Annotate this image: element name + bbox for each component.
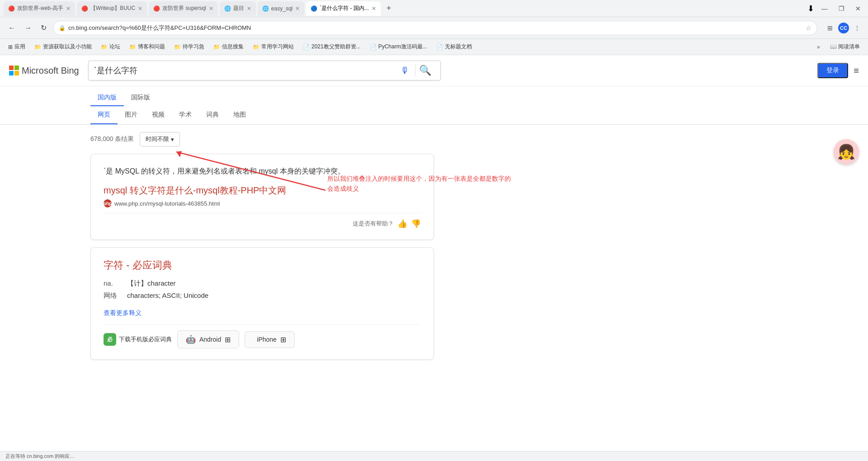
profile-icon[interactable]: ⬇ bbox=[807, 4, 814, 14]
back-button[interactable]: ← bbox=[5, 22, 18, 34]
folder-icon: 📁 bbox=[101, 44, 108, 50]
bookmark-label: 无标题文档 bbox=[445, 43, 472, 51]
bookmark-learning[interactable]: 📁 常用学习网站 bbox=[249, 41, 297, 52]
tab-close-1[interactable]: ✕ bbox=[66, 5, 71, 12]
avatar-bubble[interactable]: 👧 bbox=[834, 139, 859, 165]
bookmark-info[interactable]: 📁 信息搜集 bbox=[210, 41, 247, 52]
bookmark-label: 博客和问题 bbox=[138, 43, 165, 51]
bookmark-label: 论坛 bbox=[109, 43, 120, 51]
search-nav: 网页 图片 视频 学术 词典 地图 bbox=[0, 106, 868, 125]
time-filter-button[interactable]: 时间不限 ▾ bbox=[140, 132, 180, 146]
extensions-icon[interactable]: ⊞ bbox=[825, 23, 835, 33]
snav-academic[interactable]: 学术 bbox=[172, 106, 199, 124]
microphone-icon[interactable]: 🎙 bbox=[401, 66, 410, 76]
tab-title-5: easy_sql bbox=[271, 5, 292, 12]
bookmark-star-icon[interactable]: ☆ bbox=[806, 24, 811, 32]
bookmarks-more[interactable]: » bbox=[814, 42, 823, 52]
tab-close-5[interactable]: ✕ bbox=[295, 5, 300, 12]
bookmark-sponsor[interactable]: 📄 2021教父赞助群资... bbox=[299, 41, 364, 52]
chevron-down-icon: ▾ bbox=[171, 136, 174, 143]
reader-mode-button[interactable]: 📖 阅读清单 bbox=[826, 41, 863, 52]
tab-1[interactable]: 🔴 攻防世界-web-高手 ✕ bbox=[4, 1, 75, 16]
vtab-domestic[interactable]: 国内版 bbox=[90, 90, 124, 106]
main-area: 678,000 条结果 时间不限 ▾ `是 MySQL 的转义符，用来避免列名或… bbox=[0, 125, 868, 367]
result-count: 678,000 条结果 bbox=[90, 135, 134, 143]
android-download-button[interactable]: 🤖 Android ⊞ bbox=[177, 330, 239, 348]
bookmark-pycharm[interactable]: 📄 PyCharm激活码最... bbox=[366, 41, 431, 52]
bing-header-right: 登录 ≡ bbox=[817, 63, 859, 78]
result-count-row: 678,000 条结果 时间不限 ▾ bbox=[90, 132, 778, 146]
snav-dictionary[interactable]: 词典 bbox=[199, 106, 226, 124]
tab-favicon-3: 🔴 bbox=[153, 5, 160, 12]
bookmark-blog[interactable]: 📁 博客和问题 bbox=[126, 41, 169, 52]
maximize-button[interactable]: ❐ bbox=[835, 3, 848, 14]
forward-button[interactable]: → bbox=[22, 22, 34, 34]
bookmark-study[interactable]: 📁 待学习急 bbox=[170, 41, 208, 52]
result-card-1: `是 MySQL 的转义符，用来避免列名或者表名和 mysql 本身的关键字冲突… bbox=[90, 154, 434, 240]
dict-na-value: 【计】character bbox=[127, 279, 176, 288]
tab-title-1: 攻防世界-web-高手 bbox=[17, 5, 63, 12]
new-tab-button[interactable]: + bbox=[382, 2, 395, 15]
bookmarks-bar: ⊞ 应用 📁 资源获取以及小功能 📁 论坛 📁 博客和问题 📁 待学习急 📁 信… bbox=[0, 39, 868, 55]
tab-title-2: 【Writeup】BUUC bbox=[90, 5, 135, 12]
thumbs-up-button[interactable]: 👍 bbox=[397, 219, 407, 229]
tab-3[interactable]: 🔴 攻防世界 supersql ✕ bbox=[149, 1, 218, 16]
refresh-button[interactable]: ↻ bbox=[38, 22, 49, 34]
address-input[interactable]: 🔒 cn.bing.com/search?q=%60是什么字符&PC=U316&… bbox=[53, 21, 817, 35]
tab-close-3[interactable]: ✕ bbox=[209, 5, 213, 12]
result-link-1[interactable]: mysql 转义字符是什么-mysql教程-PHP中文网 bbox=[104, 184, 421, 197]
tab-5[interactable]: 🌐 easy_sql ✕ bbox=[258, 1, 304, 16]
snav-video[interactable]: 视频 bbox=[145, 106, 172, 124]
bookmark-label: PyCharm激活码最... bbox=[378, 43, 427, 51]
snav-webpage[interactable]: 网页 bbox=[90, 106, 118, 124]
tab-favicon-5: 🌐 bbox=[262, 5, 269, 12]
page-content: Microsoft Bing `是什么字符 🎙 🔍 登录 ≡ 国内版 国际版 网… bbox=[0, 55, 868, 451]
close-button[interactable]: ✕ bbox=[852, 3, 864, 14]
tab-favicon-4: 🌐 bbox=[224, 5, 231, 12]
search-input[interactable]: `是什么字符 bbox=[94, 65, 397, 76]
bookmark-forum[interactable]: 📁 论坛 bbox=[97, 41, 124, 52]
tab-title-3: 攻防世界 supersql bbox=[162, 5, 206, 12]
search-button[interactable]: 🔍 bbox=[415, 65, 435, 76]
apps-grid-icon: ⊞ bbox=[8, 44, 13, 50]
minimize-button[interactable]: — bbox=[818, 3, 831, 14]
address-text: cn.bing.com/search?q=%60是什么字符&PC=U316&FO… bbox=[68, 24, 803, 32]
settings-icon[interactable]: ⋮ bbox=[852, 23, 863, 33]
bing-logo[interactable]: Microsoft Bing bbox=[9, 66, 79, 76]
address-bar: ← → ↻ 🔒 cn.bing.com/search?q=%60是什么字符&PC… bbox=[0, 17, 868, 39]
toolbar-icons: ⊞ CC ⋮ bbox=[825, 23, 863, 33]
dict-na-label: na. bbox=[104, 279, 122, 288]
bookmark-apps[interactable]: ⊞ 应用 bbox=[5, 41, 29, 52]
tab-title-4: 题目 bbox=[233, 5, 244, 12]
tab-2[interactable]: 🔴 【Writeup】BUUC ✕ bbox=[77, 1, 147, 16]
tab-6[interactable]: 🔵 `是什么字符 - 国内... ✕ bbox=[306, 1, 381, 16]
bookmark-label: 信息搜集 bbox=[222, 43, 244, 51]
thumbs-down-button[interactable]: 👎 bbox=[411, 219, 421, 229]
login-button[interactable]: 登录 bbox=[817, 63, 848, 78]
bookmark-label: 2021教父赞助群资... bbox=[311, 43, 361, 51]
dict-na-row: na. 【计】character bbox=[104, 279, 421, 288]
folder-icon: 📁 bbox=[174, 44, 181, 50]
snav-images[interactable]: 图片 bbox=[118, 106, 145, 124]
android-icon: 🤖 bbox=[186, 334, 196, 344]
doc-icon: 📄 bbox=[436, 44, 443, 50]
iphone-download-button[interactable]: iPhone ⊞ bbox=[245, 331, 295, 348]
bookmark-untitled[interactable]: 📄 无标题文档 bbox=[433, 41, 476, 52]
dict-download-label: 必 下载手机版必应词典 bbox=[104, 333, 172, 346]
tab-close-2[interactable]: ✕ bbox=[138, 5, 142, 12]
profile-icon[interactable]: CC bbox=[838, 23, 849, 33]
hamburger-menu-icon[interactable]: ≡ bbox=[854, 66, 859, 76]
tab-4[interactable]: 🌐 题目 ✕ bbox=[220, 1, 256, 16]
tab-close-6[interactable]: ✕ bbox=[372, 5, 376, 12]
vtab-international[interactable]: 国际版 bbox=[124, 90, 157, 106]
search-box[interactable]: `是什么字符 🎙 🔍 bbox=[88, 61, 441, 80]
helpful-row: 这是否有帮助？ 👍 👎 bbox=[104, 213, 421, 229]
bookmark-resources[interactable]: 📁 资源获取以及小功能 bbox=[31, 41, 95, 52]
tab-close-4[interactable]: ✕ bbox=[247, 5, 251, 12]
version-tabs: 国内版 国际版 bbox=[0, 86, 868, 106]
qr-icon-iphone: ⊞ bbox=[280, 335, 286, 344]
dict-more-link[interactable]: 查看更多释义 bbox=[104, 309, 142, 317]
bianyi-app-icon: 必 bbox=[104, 333, 116, 346]
snav-map[interactable]: 地图 bbox=[226, 106, 253, 124]
folder-icon: 📁 bbox=[34, 44, 41, 50]
